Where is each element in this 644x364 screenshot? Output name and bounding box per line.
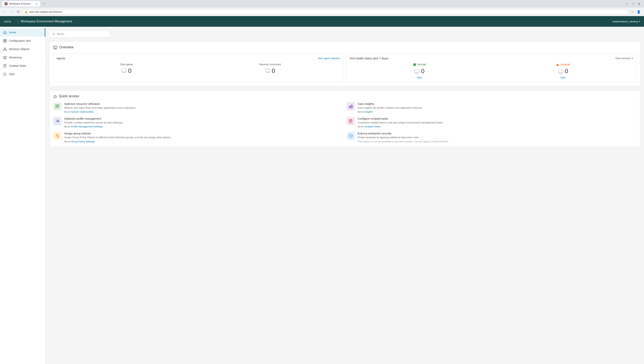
qa-link-row-optimize-resource: Go to System Optimization. [64, 110, 343, 113]
svg-rect-54 [352, 105, 352, 108]
view-unusual-link[interactable]: View [560, 76, 566, 79]
sidebar-item-configuration-sets[interactable]: Configuration Sets [0, 37, 45, 45]
agents-stats-grid: Total agents [56, 63, 340, 74]
search-bar[interactable] [49, 31, 110, 37]
qa-link-row-configure-scripted: Go to Scripted Tasks. [358, 125, 636, 128]
overview-card-header: Overview [53, 45, 636, 50]
qa-desc-assign-group: Assign Group Policy Objects to different… [64, 136, 343, 139]
qa-note-enforce-security: This feature is not yet available in the… [358, 140, 449, 143]
header-app-title: Workspace Environment Management [21, 20, 72, 23]
svg-rect-4 [5, 39, 6, 41]
quick-access-card: Quick access [49, 90, 640, 147]
enforce-security-icon [346, 132, 355, 140]
monitor-icon [121, 69, 126, 73]
svg-text:citrix: citrix [4, 20, 11, 23]
browser-chrome: ✕ Workspace Environment Manage ✕ + — □ ✕… [0, 0, 644, 16]
view-normal-link[interactable]: View [417, 76, 422, 79]
qa-go-to-text: Go to [64, 125, 71, 128]
svg-text:!: ! [558, 64, 558, 66]
home-icon [3, 31, 7, 34]
qa-go-to-text: Go to [358, 125, 364, 128]
normal-value-row: 0 [414, 68, 424, 75]
qa-item-gain-insights: Gain insights Gain insights into profile… [346, 102, 636, 113]
username-label: wwlabs\admin_steveng [612, 20, 638, 23]
system-optimization-link[interactable]: System Optimization [71, 110, 94, 113]
qa-link-row-optimize-profile: Go to Profile Management Settings. [64, 125, 343, 128]
total-checked-label: Total checked: 0 [615, 57, 633, 60]
tab-favicon: ✕ [4, 2, 8, 5]
qa-content-enforce-security: Enforce enterprise security Protect desk… [358, 132, 636, 143]
qa-title-optimize-resource: Optimize resource utilization [64, 102, 343, 105]
sidebar-item-files[interactable]: Files [0, 70, 45, 78]
new-tab-button[interactable]: + [42, 1, 46, 6]
qa-item-configure-scripted: Configure scripted tasks Customize scrip… [346, 117, 636, 128]
app-header: citrix | Workspace Environment Managemen… [0, 16, 644, 27]
qa-link-row-assign-group: Go to Group Policy Settings. [64, 140, 343, 143]
back-button[interactable]: ← [2, 9, 8, 14]
unusual-value-row: 0 [558, 68, 568, 75]
svg-rect-49 [56, 107, 57, 108]
qa-content-configure-scripted: Configure scripted tasks Customize scrip… [358, 117, 636, 128]
toolbar-actions: ☆ 👤 [630, 9, 642, 15]
sidebar-item-home[interactable]: Home [0, 28, 45, 37]
svg-rect-5 [4, 41, 5, 42]
recently-connected-number: 0 [272, 67, 275, 74]
url-input[interactable] [29, 11, 626, 13]
insights-link[interactable]: Insights [364, 110, 373, 113]
bookmark-button[interactable]: ☆ [630, 9, 635, 15]
sidebar-item-label: Configuration Sets [9, 39, 42, 42]
profile-button[interactable]: 👤 [636, 9, 642, 15]
svg-line-11 [5, 49, 6, 50]
sidebar-item-directory-objects[interactable]: Directory Objects [0, 45, 45, 53]
content-area: Overview Agents View agent statistics To… [46, 27, 644, 364]
sidebar-item-label: Home [9, 31, 42, 34]
qa-link-suffix: . [94, 110, 94, 113]
qa-desc-gain-insights: Gain insights into profile container and… [358, 106, 636, 110]
quick-access-icon [53, 94, 57, 98]
agents-panel-header: Agents View agent statistics [56, 57, 340, 60]
qa-title-configure-scripted: Configure scripted tasks [358, 117, 636, 120]
user-menu[interactable]: wwlabs\admin_steveng ▾ [612, 20, 640, 23]
forward-button[interactable]: → [9, 9, 14, 14]
group-policy-settings-link[interactable]: Group Policy Settings [71, 140, 94, 143]
minimize-button[interactable]: — [624, 1, 630, 6]
view-agent-statistics-link[interactable]: View agent statistics [318, 57, 340, 60]
maximize-button[interactable]: □ [630, 1, 636, 6]
address-bar[interactable]: 🔒 [22, 10, 628, 14]
profile-management-settings-link[interactable]: Profile Management Settings [71, 125, 102, 128]
agents-panel-title: Agents [56, 57, 65, 60]
total-checked-text: Total checked: [615, 57, 631, 60]
svg-point-7 [4, 48, 6, 49]
tab-close-button[interactable]: ✕ [36, 2, 38, 5]
normal-monitor-icon [414, 68, 420, 75]
qa-item-enforce-security: Enforce enterprise security Protect desk… [346, 132, 636, 143]
normal-number: 0 [421, 68, 424, 75]
recently-connected-value-row: 0 [265, 67, 275, 74]
unusual-label: Unusual [560, 63, 570, 66]
optimize-profile-icon [53, 117, 62, 125]
sidebar-item-scripted-tasks[interactable]: Scripted Tasks [0, 62, 45, 70]
scripted-tasks-link[interactable]: Scripted Tasks [364, 125, 380, 128]
refresh-button[interactable]: ↻ [16, 9, 21, 15]
browser-window-controls: — □ ✕ [624, 1, 642, 7]
svg-text:✕: ✕ [6, 3, 7, 5]
qa-item-assign-group: Assign group policies Assign Group Polic… [53, 132, 343, 143]
gain-insights-icon [346, 102, 355, 111]
optimize-resource-icon [53, 102, 62, 111]
search-input[interactable] [57, 33, 107, 36]
sidebar-item-monitoring[interactable]: Monitoring › [0, 53, 45, 62]
qa-content-assign-group: Assign group policies Assign Group Polic… [64, 132, 343, 143]
svg-rect-53 [350, 106, 351, 108]
directory-objects-icon [3, 47, 7, 51]
browser-toolbar: ← → ↻ 🔒 ☆ 👤 [0, 8, 644, 16]
sidebar-item-label: Scripted Tasks [9, 64, 42, 67]
sidebar: Home Configuration Sets [0, 27, 46, 364]
unusual-number: 0 [565, 68, 568, 75]
configuration-sets-icon [3, 39, 7, 43]
svg-rect-22 [54, 46, 57, 49]
close-button[interactable]: ✕ [636, 1, 642, 7]
svg-rect-59 [349, 119, 352, 123]
qa-go-to-text: Go to [64, 140, 71, 143]
browser-tab[interactable]: ✕ Workspace Environment Manage ✕ [2, 1, 40, 7]
svg-point-9 [6, 50, 7, 51]
